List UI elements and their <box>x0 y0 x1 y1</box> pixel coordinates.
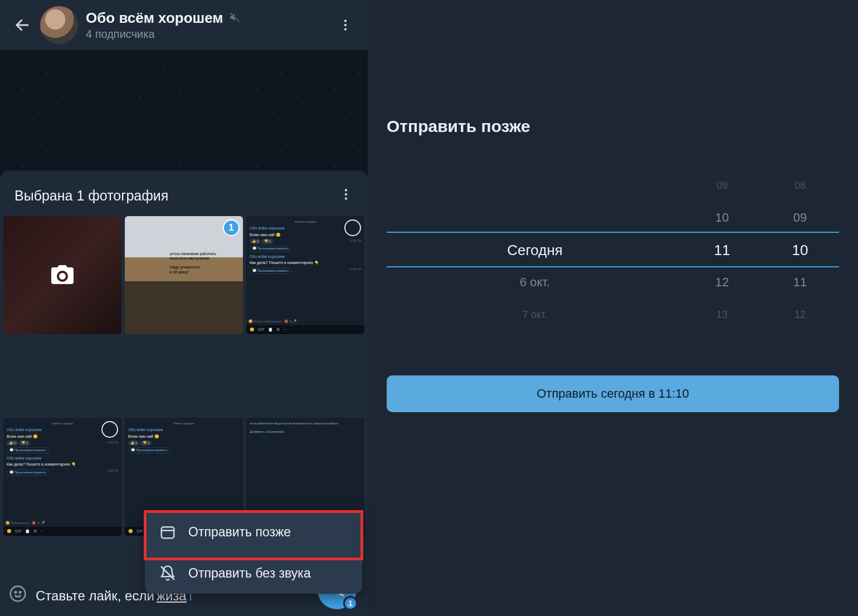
mute-icon <box>229 12 240 25</box>
svg-point-7 <box>345 193 347 195</box>
more-vertical-icon <box>339 187 353 202</box>
chat-header-more-button[interactable] <box>333 13 358 37</box>
sheet-more-button[interactable] <box>335 184 357 207</box>
svg-rect-9 <box>162 527 174 538</box>
thumb-caption: штош начинаем работать пока есть настрое… <box>170 252 241 275</box>
schedule-title: Отправить позже <box>387 117 839 136</box>
arrow-left-icon <box>14 17 31 33</box>
gallery-thumb[interactable]: Канал создан Обо всём хорошем Всем хаю-х… <box>3 418 121 536</box>
sheet-title: Выбрана 1 фотография <box>14 188 335 204</box>
gallery-thumb[interactable]: штош начинаем работать пока есть настрое… <box>125 216 243 334</box>
emoji-button[interactable] <box>9 585 27 605</box>
sheet-header: Выбрана 1 фотография <box>0 179 368 216</box>
picker-row-selected[interactable]: Сегодня 11 10 <box>387 234 839 266</box>
calendar-icon <box>159 524 176 540</box>
chat-title-block[interactable]: Обо всём хорошем 4 подписчика <box>86 9 333 41</box>
picker-row[interactable]: 6 окт. 12 11 <box>387 266 839 299</box>
smile-icon <box>9 585 27 603</box>
send-count-badge: 1 <box>343 596 358 610</box>
picker-row[interactable]: 10 09 <box>387 202 839 234</box>
schedule-dialog: Отправить позже 09 08 10 09 Сегодня 11 1… <box>368 0 858 616</box>
svg-point-8 <box>345 197 347 199</box>
chat-title: Обо всём хорошем <box>86 9 223 27</box>
chat-subtitle: 4 подписчика <box>86 28 333 41</box>
camera-tile[interactable] <box>3 216 121 334</box>
svg-point-3 <box>344 19 347 22</box>
back-button[interactable] <box>10 13 35 37</box>
bell-off-icon <box>159 565 176 581</box>
svg-point-13 <box>15 591 17 593</box>
caption-text-plain: Ставьте лайк, если <box>36 588 154 604</box>
chat-screen: Обо всём хорошем 4 подписчика Выбрана 1 … <box>0 0 368 616</box>
datetime-picker[interactable]: 09 08 10 09 Сегодня 11 10 6 окт. 12 11 7… <box>387 169 839 331</box>
attachment-sheet: Выбрана 1 фотография штош начинаем работ… <box>0 170 368 616</box>
selection-ring <box>101 421 118 438</box>
camera-icon <box>49 262 76 289</box>
selection-ring <box>344 219 361 236</box>
gallery-thumb[interactable]: Канал создан Обо всём хорошем Всем хаю-х… <box>246 216 364 334</box>
avatar[interactable] <box>40 6 78 44</box>
schedule-send-label: Отправить позже <box>188 525 291 540</box>
more-vertical-icon <box>338 18 353 32</box>
svg-point-4 <box>344 24 347 26</box>
send-context-menu: Отправить позже Отправить без звука <box>145 511 362 594</box>
svg-point-5 <box>344 28 347 30</box>
svg-point-6 <box>345 189 347 191</box>
svg-point-12 <box>11 586 26 602</box>
selection-badge: 1 <box>223 219 240 236</box>
picker-row[interactable]: 7 окт. 13 12 <box>387 299 839 331</box>
schedule-confirm-label: Отправить сегодня в 11:10 <box>537 387 689 401</box>
svg-point-14 <box>20 591 21 593</box>
schedule-confirm-button[interactable]: Отправить сегодня в 11:10 <box>387 375 839 412</box>
chat-header: Обо всём хорошем 4 подписчика <box>0 0 368 50</box>
silent-send-item[interactable]: Отправить без звука <box>145 553 362 594</box>
schedule-send-item[interactable]: Отправить позже <box>145 511 362 553</box>
silent-send-label: Отправить без звука <box>188 566 311 581</box>
picker-row[interactable]: 09 08 <box>387 169 839 202</box>
